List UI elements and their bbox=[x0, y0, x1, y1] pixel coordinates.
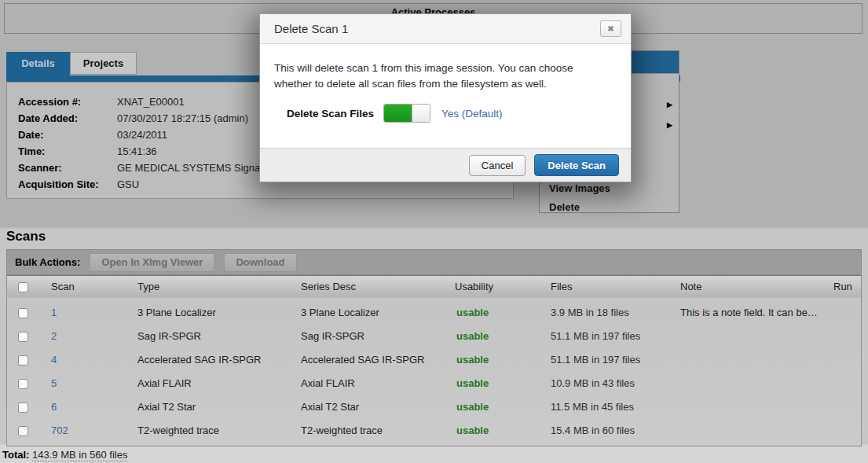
bulk-actions-label: Bulk Actions: bbox=[15, 256, 80, 268]
modal-message: This will delete scan 1 from this image … bbox=[274, 61, 612, 92]
usability-status: usable bbox=[455, 424, 489, 436]
usability-status: usable bbox=[455, 377, 489, 389]
scan-type: Sag IR-SPGR bbox=[130, 330, 293, 342]
detail-label: Date Added: bbox=[18, 110, 117, 127]
download-button[interactable]: Download bbox=[224, 253, 296, 272]
open-in-ximg-viewer-button[interactable]: Open In XImg Viewer bbox=[90, 253, 214, 272]
detail-label: Date: bbox=[18, 127, 117, 143]
scan-type: T2-weighted trace bbox=[130, 424, 293, 436]
detail-value: 03/24/2011 bbox=[117, 127, 167, 143]
modal-footer: Cancel Delete Scan bbox=[260, 148, 631, 182]
actions-menu-item-label: View Images bbox=[549, 182, 610, 194]
bulk-actions-toolbar: Bulk Actions: Open In XImg Viewer Downlo… bbox=[6, 249, 862, 275]
total-label: Total: bbox=[2, 449, 29, 461]
column-header-usability: Usability bbox=[447, 281, 543, 292]
usability-status: usable bbox=[455, 307, 489, 318]
delete-scan-files-label: Delete Scan Files bbox=[287, 108, 374, 119]
column-header-note: Note bbox=[672, 281, 826, 292]
row-checkbox[interactable] bbox=[18, 402, 28, 413]
scans-table: Scan Type Series Desc Usability Files No… bbox=[6, 275, 862, 446]
submenu-arrow-icon: ▶ bbox=[667, 96, 672, 114]
scan-link[interactable]: 4 bbox=[51, 354, 57, 366]
scan-link[interactable]: 5 bbox=[51, 377, 57, 389]
series-desc: Axial T2 Star bbox=[293, 401, 447, 413]
series-desc: Accelerated SAG IR-SPGR bbox=[293, 354, 447, 366]
scan-type: Accelerated SAG IR-SPGR bbox=[130, 354, 293, 366]
row-checkbox[interactable] bbox=[18, 355, 28, 366]
column-header-run: Run bbox=[826, 281, 861, 292]
tab-details[interactable]: Details bbox=[6, 52, 70, 75]
delete-scan-button[interactable]: Delete Scan bbox=[534, 154, 619, 176]
table-row: 1 3 Plane Localizer 3 Plane Localizer us… bbox=[7, 300, 861, 324]
note-text: This is a note field. It can be… bbox=[680, 307, 818, 318]
detail-value: 07/30/2017 18:27:15 (admin) bbox=[117, 110, 248, 127]
scan-type: 3 Plane Localizer bbox=[130, 307, 293, 318]
detail-value: 15:41:36 bbox=[117, 143, 157, 160]
close-icon[interactable]: ✖ bbox=[600, 20, 621, 37]
row-checkbox[interactable] bbox=[18, 308, 28, 318]
delete-scan-modal: Delete Scan 1 ✖ This will delete scan 1 … bbox=[259, 13, 632, 182]
files-link[interactable]: 51.1 MB in 197 files bbox=[551, 330, 640, 342]
toggle-knob bbox=[412, 105, 430, 122]
actions-menu-item-delete[interactable]: Delete bbox=[540, 198, 679, 216]
series-desc: Axial FLAIR bbox=[293, 377, 447, 389]
modal-body: This will delete scan 1 from this image … bbox=[260, 44, 631, 148]
usability-status: usable bbox=[455, 401, 489, 413]
tab-strip: Details Projects bbox=[6, 52, 137, 75]
table-row: 5 Axial FLAIR Axial FLAIR usable 10.9 MB… bbox=[7, 371, 861, 395]
column-header-series-desc: Series Desc bbox=[293, 281, 447, 292]
scan-link[interactable]: 6 bbox=[51, 401, 57, 413]
series-desc: Sag IR-SPGR bbox=[293, 330, 447, 342]
row-checkbox[interactable] bbox=[18, 426, 28, 436]
files-link[interactable]: 15.4 MB in 60 files bbox=[551, 424, 635, 436]
tab-projects[interactable]: Projects bbox=[70, 52, 137, 75]
select-all-checkbox[interactable] bbox=[18, 282, 28, 292]
scans-table-body: 1 3 Plane Localizer 3 Plane Localizer us… bbox=[7, 298, 861, 446]
column-header-type: Type bbox=[130, 281, 293, 292]
delete-files-toggle[interactable] bbox=[383, 104, 430, 123]
scan-link[interactable]: 1 bbox=[51, 307, 57, 318]
modal-title: Delete Scan 1 bbox=[274, 22, 348, 35]
detail-value: GSU bbox=[117, 176, 139, 193]
scan-link[interactable]: 2 bbox=[51, 330, 57, 342]
table-row: 2 Sag IR-SPGR Sag IR-SPGR usable 51.1 MB… bbox=[7, 324, 861, 347]
scan-link[interactable]: 702 bbox=[51, 424, 68, 436]
table-row: 702 T2-weighted trace T2-weighted trace … bbox=[7, 418, 861, 442]
row-checkbox[interactable] bbox=[18, 332, 28, 342]
files-link[interactable]: 3.9 MB in 18 files bbox=[551, 307, 629, 318]
scans-total: Total: 143.9 MB in 560 files bbox=[2, 449, 127, 461]
files-link[interactable]: 51.1 MB in 197 files bbox=[551, 354, 640, 366]
scan-type: Axial FLAIR bbox=[130, 377, 293, 389]
detail-label: Acquisition Site: bbox=[18, 176, 117, 193]
column-header-files: Files bbox=[543, 281, 672, 292]
session-page: Active Processes Details Projects Access… bbox=[0, 0, 868, 463]
files-link[interactable]: 10.9 MB in 43 files bbox=[551, 377, 635, 389]
series-desc: T2-weighted trace bbox=[293, 424, 447, 436]
column-header-scan: Scan bbox=[43, 281, 130, 292]
row-checkbox[interactable] bbox=[18, 379, 28, 389]
detail-label: Accession #: bbox=[18, 94, 117, 110]
files-link[interactable]: 11.5 MB in 45 files bbox=[551, 401, 634, 413]
detail-label: Scanner: bbox=[18, 160, 117, 176]
scans-table-header: Scan Type Series Desc Usability Files No… bbox=[7, 276, 861, 298]
cancel-button[interactable]: Cancel bbox=[469, 155, 526, 176]
modal-header: Delete Scan 1 ✖ bbox=[260, 14, 631, 44]
toggle-state-label[interactable]: Yes (Default) bbox=[441, 108, 503, 119]
table-row: 6 Axial T2 Star Axial T2 Star usable 11.… bbox=[7, 395, 861, 418]
usability-status: usable bbox=[455, 330, 489, 342]
usability-status: usable bbox=[455, 354, 489, 366]
scan-type: Axial T2 Star bbox=[130, 401, 293, 413]
actions-menu-item-label: Delete bbox=[549, 201, 580, 213]
scans-heading: Scans bbox=[6, 229, 46, 244]
delete-files-toggle-row: Delete Scan Files Yes (Default) bbox=[274, 104, 617, 123]
series-desc: 3 Plane Localizer bbox=[293, 307, 447, 318]
total-files-link[interactable]: 143.9 MB in 560 files bbox=[32, 449, 127, 461]
detail-value: XNAT_E00001 bbox=[117, 94, 185, 110]
table-row: 4 Accelerated SAG IR-SPGR Accelerated SA… bbox=[7, 347, 861, 371]
detail-label: Time: bbox=[18, 143, 117, 160]
toggle-on-track bbox=[384, 105, 412, 122]
submenu-arrow-icon: ▶ bbox=[667, 116, 672, 134]
